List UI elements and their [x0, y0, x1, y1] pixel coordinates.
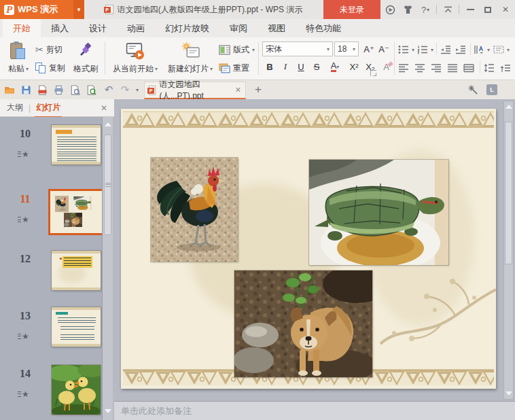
slide-thumbnail-14[interactable]: [52, 365, 101, 415]
transition-star-icon[interactable]: ★: [18, 150, 35, 159]
slides-tab[interactable]: 幻灯片: [36, 102, 60, 113]
hide-ribbon-icon[interactable]: [440, 2, 456, 17]
close-button[interactable]: ✕: [497, 2, 514, 17]
ducklings-photo: [52, 365, 101, 415]
slide-thumbnail-10[interactable]: [52, 125, 101, 164]
undo-button[interactable]: ↶: [102, 84, 116, 96]
cut-button[interactable]: ✂ 剪切: [35, 41, 63, 58]
distribute-button[interactable]: [463, 60, 474, 76]
scroll-down-icon[interactable]: [505, 391, 512, 396]
italic-button[interactable]: I: [278, 59, 293, 74]
align-left-button[interactable]: [398, 60, 409, 76]
font-color-button[interactable]: A ▾: [325, 59, 345, 74]
notes-placeholder: 单击此处添加备注: [121, 405, 192, 417]
tab-slideshow[interactable]: 幻灯片放映: [155, 19, 219, 37]
tab-review[interactable]: 审阅: [219, 19, 258, 37]
new-slide-button[interactable]: 新建幻灯片▾: [163, 39, 217, 78]
space-before-button[interactable]: [500, 60, 511, 76]
align-right-button[interactable]: [431, 60, 442, 76]
help-menu-button[interactable]: ? ▾: [417, 2, 433, 17]
panel-scrollbar-thumb[interactable]: [104, 135, 111, 235]
transition-star-icon[interactable]: ★: [18, 389, 35, 399]
scroll-up-icon[interactable]: [105, 122, 111, 126]
tab-animation[interactable]: 动画: [117, 19, 155, 37]
text-box-button[interactable]: ▾: [493, 41, 510, 58]
app-menu-caret-icon[interactable]: ▾: [73, 0, 84, 19]
clear-format-button[interactable]: A: [380, 59, 395, 74]
font-family-select[interactable]: 宋体▾: [262, 41, 333, 56]
skin-icon[interactable]: [399, 2, 416, 17]
format-painter-icon: [79, 41, 92, 58]
open-file-button[interactable]: [3, 84, 16, 96]
editor-scrollbar-thumb[interactable]: [505, 122, 512, 264]
text-direction-button[interactable]: ▾: [474, 41, 490, 58]
titlebar-controls: ? ▾ ✕: [380, 0, 515, 19]
close-panel-icon[interactable]: ✕: [101, 103, 107, 113]
paste-button[interactable]: 粘贴▾: [3, 39, 34, 78]
sidebar-toggle-badge[interactable]: L: [486, 84, 497, 95]
notes-area[interactable]: 单击此处添加备注: [114, 401, 515, 420]
bold-button[interactable]: B: [262, 59, 277, 74]
format-painter-button[interactable]: 格式刷: [69, 39, 102, 78]
magic-wand-icon[interactable]: [466, 84, 480, 96]
copy-button[interactable]: 复制: [35, 60, 65, 76]
decrease-font-button[interactable]: A⁻: [376, 41, 391, 56]
superscript-button[interactable]: X²: [347, 59, 361, 74]
space-before-icon: [500, 63, 511, 73]
minimize-button[interactable]: [462, 2, 478, 17]
maximize-button[interactable]: [480, 2, 496, 17]
outline-tab[interactable]: 大纲: [7, 102, 23, 113]
slide-thumbnail-13[interactable]: [52, 307, 101, 347]
login-button[interactable]: 未登录: [323, 0, 380, 19]
tab-view[interactable]: 视图: [258, 19, 296, 37]
underline-button[interactable]: U: [294, 59, 308, 74]
rooster-photo[interactable]: [151, 158, 238, 262]
layout-button[interactable]: 版式▾: [219, 41, 255, 58]
increase-font-button[interactable]: A⁺: [361, 41, 376, 56]
reset-button[interactable]: 重置: [219, 60, 249, 76]
bullet-list-button[interactable]: ▾: [398, 41, 414, 58]
numbered-list-button[interactable]: ▾: [417, 41, 433, 58]
decrease-indent-button[interactable]: [440, 41, 451, 58]
line-spacing-button[interactable]: [484, 60, 495, 76]
reset-icon: [219, 63, 230, 73]
slide-canvas[interactable]: [121, 109, 496, 389]
save-button[interactable]: [19, 84, 33, 96]
panel-scrollbar[interactable]: [102, 117, 113, 420]
tab-design[interactable]: 设计: [79, 19, 117, 37]
tab-insert[interactable]: 插入: [41, 19, 79, 37]
quick-access-caret-icon[interactable]: ▾: [133, 84, 141, 96]
increase-indent-button[interactable]: [455, 41, 466, 58]
wps-menu-button[interactable]: P WPS 演示 ▾: [0, 0, 84, 19]
help-caret-icon: ▾: [427, 7, 429, 13]
transition-star-icon[interactable]: ★: [18, 332, 35, 341]
export-pdf-button[interactable]: [35, 84, 49, 96]
puppy-photo[interactable]: [234, 270, 372, 377]
scroll-down-icon[interactable]: [105, 409, 111, 413]
play-from-current-button[interactable]: 从当前开始▾: [107, 39, 163, 78]
scroll-up-icon[interactable]: [505, 105, 512, 109]
find-button[interactable]: [84, 84, 98, 96]
transition-star-icon[interactable]: ★: [18, 215, 35, 224]
wps-cloud-icon[interactable]: [382, 2, 398, 17]
slide-thumbnail-12[interactable]: [52, 251, 101, 290]
document-tab[interactable]: P 语文园地四(人...PT).ppt ✕: [144, 82, 246, 99]
distribute-icon: [463, 63, 474, 73]
close-document-icon[interactable]: ✕: [235, 86, 241, 94]
new-document-button[interactable]: +: [251, 83, 265, 97]
divider: [459, 5, 459, 14]
turtle-photo[interactable]: [309, 160, 448, 265]
slide-thumbnail-11-selected[interactable]: [48, 189, 102, 235]
editor-scrollbar[interactable]: [503, 101, 514, 400]
strikethrough-button[interactable]: S: [309, 59, 324, 74]
align-center-button[interactable]: [414, 60, 425, 76]
tab-special-features[interactable]: 特色功能: [296, 19, 351, 37]
tab-home[interactable]: 开始: [3, 19, 41, 37]
font-size-select[interactable]: 18▾: [334, 41, 359, 56]
redo-button[interactable]: ↷: [118, 84, 132, 96]
justify-button[interactable]: [447, 60, 458, 76]
window-document-title: P 语文园地四(人教版四年级上册PPT).ppt - WPS 演示: [84, 0, 323, 19]
font-dialog-launcher[interactable]: [370, 70, 376, 76]
print-button[interactable]: [52, 84, 65, 96]
print-preview-button[interactable]: [68, 84, 82, 96]
